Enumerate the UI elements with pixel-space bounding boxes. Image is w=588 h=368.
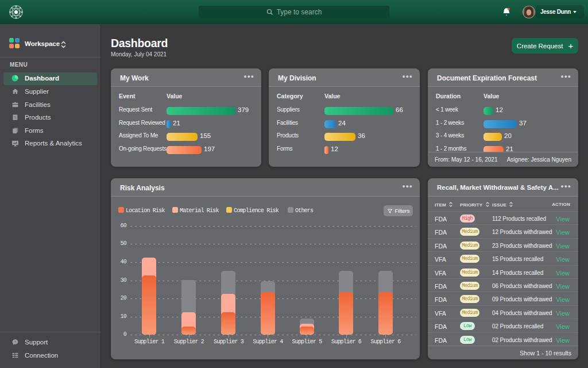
svg-text:S: S: [14, 116, 16, 119]
svg-text:?: ?: [14, 340, 16, 344]
